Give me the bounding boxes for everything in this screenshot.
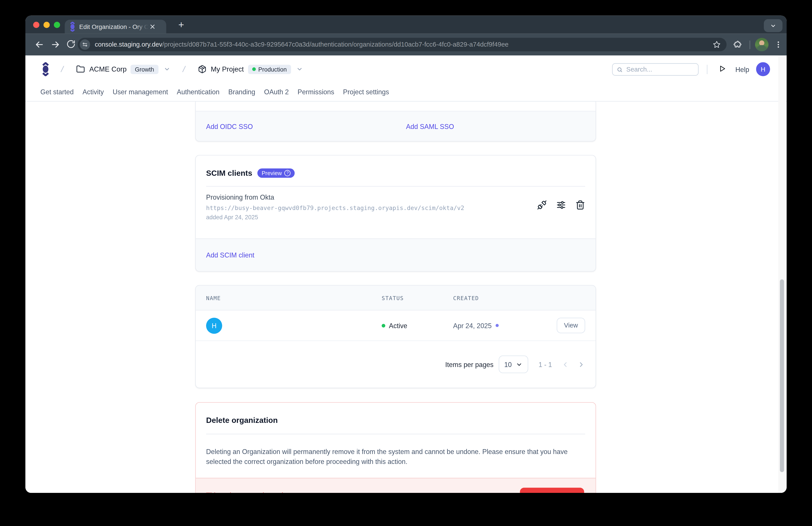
trash-icon[interactable]	[575, 200, 585, 210]
minimize-window-button[interactable]	[43, 22, 50, 28]
nav-oauth2[interactable]: OAuth 2	[264, 88, 289, 96]
tab-close-icon[interactable]	[149, 24, 155, 30]
tab-strip: Edit Organization - Ory Conso +	[25, 15, 787, 33]
toolbar-divider	[749, 40, 751, 49]
scim-card-footer: Add SCIM client	[196, 239, 596, 271]
ory-logo	[42, 62, 50, 76]
nav-activity[interactable]: Activity	[83, 88, 104, 96]
scim-client-name: Provisioning from Okta	[206, 193, 585, 201]
app-header: / ACME Corp Growth / My Project Producti…	[25, 55, 787, 83]
scim-card-title: SCIM clients	[206, 169, 252, 177]
url-path: /projects/d087b7a1-55f3-440c-a3c9-929564…	[162, 41, 509, 48]
arrow-right-icon	[50, 39, 61, 50]
forward-button[interactable]	[50, 39, 61, 50]
playground-play-icon[interactable]	[718, 65, 726, 72]
extensions-puzzle-icon[interactable]	[733, 40, 742, 49]
url-bar[interactable]: console.staging.ory.dev/projects/d087b7a…	[78, 38, 727, 51]
delete-card-footer: This action cannot be undone. Delete org…	[196, 478, 596, 493]
created-date: Apr 24, 2025	[453, 322, 492, 329]
browser-toolbar: console.staging.ory.dev/projects/d087b7a…	[25, 34, 787, 56]
scim-client-url: https://busy-beaver-gqwvd0fb79.projects.…	[206, 204, 585, 212]
fullscreen-window-button[interactable]	[54, 22, 60, 28]
column-status: STATUS	[382, 295, 453, 301]
status-label: Active	[389, 322, 407, 329]
close-window-button[interactable]	[33, 22, 39, 28]
table-header: NAME STATUS CREATED	[196, 285, 596, 311]
browser-menu-icon[interactable]	[774, 40, 783, 49]
new-tab-button[interactable]: +	[175, 18, 188, 32]
unplug-icon[interactable]	[537, 200, 547, 210]
nav-get-started[interactable]: Get started	[40, 88, 74, 96]
sliders-settings-icon[interactable]	[556, 200, 566, 210]
macos-traffic-lights	[33, 22, 60, 28]
column-created: CREATED	[453, 295, 585, 301]
tab-title: Edit Organization - Ory Conso	[79, 23, 148, 30]
breadcrumb-separator: /	[182, 65, 186, 74]
add-saml-sso-link[interactable]: Add SAML SSO	[406, 123, 454, 130]
scrollbar-track[interactable]	[778, 55, 785, 493]
search-icon	[617, 66, 623, 73]
nav-branding[interactable]: Branding	[228, 88, 255, 96]
delete-warning-text: This action cannot be undone.	[206, 491, 296, 493]
column-name: NAME	[206, 295, 382, 301]
scim-client-row: Provisioning from Okta https://busy-beav…	[196, 187, 596, 239]
browser-profile-avatar[interactable]	[755, 38, 769, 51]
nav-permissions[interactable]: Permissions	[298, 88, 334, 96]
scim-client-added-date: added Apr 24, 2025	[206, 214, 585, 220]
url-text: console.staging.ory.dev/projects/d087b7a…	[95, 41, 508, 48]
browser-tab[interactable]: Edit Organization - Ory Conso	[64, 20, 166, 33]
site-settings-icon[interactable]	[79, 39, 90, 50]
search-input[interactable]	[626, 66, 694, 73]
tab-search-chevron-button[interactable]	[764, 19, 782, 32]
user-avatar[interactable]: H	[756, 62, 770, 76]
add-scim-client-link[interactable]: Add SCIM client	[206, 251, 255, 259]
items-per-page-select[interactable]: 10	[499, 356, 528, 373]
header-divider	[707, 65, 707, 74]
chevron-down-icon	[770, 23, 776, 29]
reload-icon	[66, 39, 75, 48]
content-column: Add OIDC SSO Add SAML SSO SCIM clients P…	[195, 102, 596, 493]
environment-badge: Production	[248, 65, 291, 74]
nav-authentication[interactable]: Authentication	[177, 88, 219, 96]
arrow-left-icon	[34, 39, 45, 50]
back-button[interactable]	[34, 39, 45, 50]
pagination: Items per pages 10 1 - 1	[196, 341, 596, 387]
help-circle-icon[interactable]: ?	[285, 170, 291, 176]
table-row[interactable]: H Active Apr 24, 2025 View	[196, 311, 596, 341]
nav-project-settings[interactable]: Project settings	[343, 88, 389, 96]
help-link[interactable]: Help	[736, 66, 749, 73]
workspace-chevron-icon[interactable]	[163, 66, 170, 73]
pagination-next-icon[interactable]	[578, 360, 585, 368]
pagination-range: 1 - 1	[539, 360, 552, 368]
items-per-page-label: Items per pages	[445, 360, 494, 368]
project-nav: Get started Activity User management Aut…	[25, 83, 787, 102]
status-dot	[382, 324, 385, 327]
pagination-prev-icon[interactable]	[561, 360, 569, 368]
created-indicator-dot	[496, 324, 499, 327]
chevron-down-icon	[516, 361, 523, 368]
environment-status-dot	[252, 67, 256, 71]
add-oidc-sso-link[interactable]: Add OIDC SSO	[206, 123, 253, 130]
sso-card: Add OIDC SSO Add SAML SSO	[195, 102, 596, 142]
status-cell: Active	[382, 322, 453, 329]
view-button[interactable]: View	[557, 318, 585, 333]
breadcrumb-separator: /	[60, 65, 64, 74]
scim-card-header: SCIM clients Preview ?	[196, 155, 596, 186]
scim-client-actions	[537, 200, 585, 210]
delete-organization-card: Delete organization Deleting an Organiza…	[195, 402, 596, 493]
reload-button[interactable]	[66, 39, 75, 48]
package-icon	[198, 65, 207, 73]
url-host: console.staging.ory.dev	[95, 41, 162, 48]
search-box[interactable]	[612, 63, 699, 75]
bookmark-star-icon[interactable]	[712, 40, 721, 49]
scrollbar-thumb[interactable]	[780, 279, 784, 472]
row-avatar: H	[206, 317, 222, 334]
project-name[interactable]: My Project	[211, 65, 244, 73]
sso-card-footer: Add OIDC SSO Add SAML SSO	[196, 111, 596, 141]
folder-icon	[76, 65, 85, 73]
workspace-name[interactable]: ACME Corp	[89, 65, 127, 73]
delete-organization-button[interactable]: Delete organization	[520, 487, 584, 493]
nav-user-management[interactable]: User management	[113, 88, 168, 96]
created-cell: Apr 24, 2025	[453, 322, 557, 329]
project-chevron-icon[interactable]	[296, 66, 303, 73]
